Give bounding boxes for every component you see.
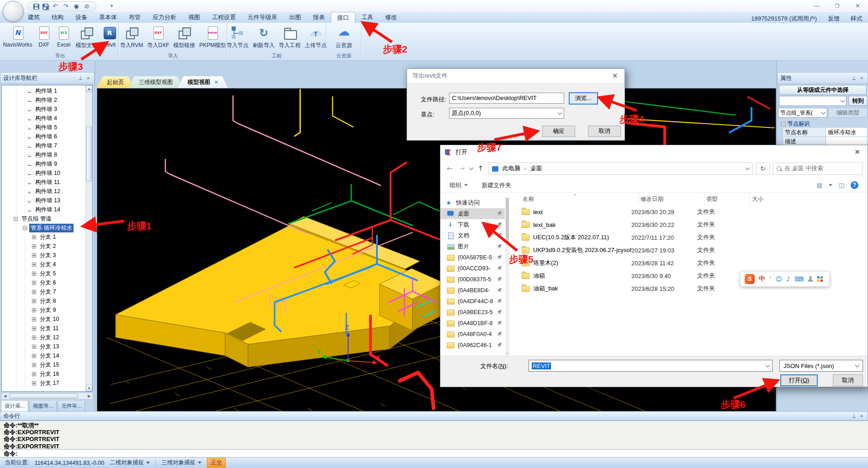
tree-item[interactable]: 分支 12 (2, 333, 92, 342)
tree-expander-icon[interactable] (27, 137, 32, 137)
tree-expander-icon[interactable] (32, 272, 36, 276)
close-icon[interactable]: ✕ (605, 69, 625, 83)
menu-tab[interactable]: 布管 (123, 12, 147, 23)
menu-tab[interactable]: 视图 (182, 12, 206, 23)
preview-pane-icon[interactable]: ◫ (839, 182, 844, 189)
ribbon-button[interactable]: 导入RVM (119, 25, 144, 50)
tree-expander-icon[interactable] (32, 317, 36, 321)
menu-tab[interactable]: 接口 (331, 12, 355, 23)
tree-item[interactable]: 分支 9 (2, 305, 92, 315)
pin-icon[interactable]: ⊥ (851, 413, 857, 419)
ortho-toggle[interactable]: 正交 (207, 458, 226, 468)
close-icon[interactable]: × (858, 75, 865, 81)
section-node-id[interactable]: 节点标识 (778, 120, 868, 128)
menu-tab[interactable]: 建筑 (22, 12, 46, 23)
refresh-icon[interactable]: ↻ (756, 163, 770, 175)
nav-item[interactable]: {00ACCD93- (440, 263, 505, 274)
tree-item[interactable]: 分支 14 (2, 351, 92, 360)
nav-item[interactable]: 图片 (440, 241, 505, 252)
file-row[interactable]: 塔里木(2) 2023/6/28 11:42 文件夹 (504, 257, 863, 269)
pin-icon[interactable]: ⊥ (851, 75, 857, 81)
undo-icon[interactable]: ↶ (52, 3, 59, 10)
tree-item[interactable]: 分支 11 (2, 324, 92, 333)
save-icon[interactable] (33, 4, 39, 10)
tree-item[interactable]: 构件墙 6 (2, 132, 92, 141)
goto-button[interactable]: 转到 (848, 96, 868, 106)
tree-expander-icon[interactable] (32, 336, 36, 340)
tree-item[interactable]: 分支 2 (2, 242, 92, 251)
tree-expander-icon[interactable] (27, 91, 32, 91)
view-dropdown-icon[interactable] (829, 184, 832, 186)
file-row[interactable]: text 2023/6/30 20:28 文件夹 (504, 205, 863, 218)
style-link[interactable]: 样式 (851, 15, 863, 23)
base-point-combo[interactable]: 原点(0,0,0) (449, 108, 564, 119)
tree-expander-icon[interactable] (27, 210, 32, 210)
snap-2d-toggle[interactable]: 二维对象捕捉 (110, 459, 150, 467)
tree-item[interactable]: 管系 循环冷却水 (2, 223, 92, 232)
tree-item[interactable]: 构件墙 3 (2, 105, 92, 114)
menu-tab[interactable]: 应力分析 (147, 12, 182, 23)
nav-item[interactable]: {0A48D1BF-8 (440, 318, 505, 329)
column-name[interactable]: 名称 (521, 194, 639, 205)
column-type[interactable]: 类型 (704, 194, 750, 205)
element-combo[interactable] (779, 96, 847, 106)
address-dropdown-icon[interactable] (746, 166, 750, 170)
tree-item[interactable]: 构件墙 14 (2, 205, 92, 214)
tree-item[interactable]: 分支 16 (2, 369, 92, 379)
close-icon[interactable]: × (85, 75, 91, 81)
nav-item[interactable]: {0A962C46-1 (440, 340, 505, 351)
emoji-icon[interactable]: ☺ (775, 275, 782, 283)
scroll-thumb[interactable] (10, 394, 78, 399)
save-all-icon[interactable] (42, 4, 48, 10)
back-icon[interactable]: ← (445, 164, 454, 173)
address-bar[interactable]: 此电脑 › 桌面 (488, 163, 753, 175)
menu-tab[interactable]: 基本体 (93, 12, 123, 23)
nav-item[interactable]: {0A48F0A0-4 (440, 329, 505, 340)
filename-input[interactable]: REVIT (529, 360, 773, 372)
nav-item[interactable]: 快速访问 (440, 197, 505, 208)
dropdown-icon[interactable] (198, 462, 201, 464)
close-icon[interactable]: × (858, 413, 865, 419)
mic-icon[interactable]: ♪ (786, 275, 790, 283)
tree-item[interactable]: 构件墙 12 (2, 187, 92, 196)
tree-expander-icon[interactable] (32, 244, 36, 248)
ribbon-button[interactable]: NavisWorks (2, 25, 34, 50)
tree-expander-icon[interactable] (14, 217, 18, 221)
menu-tab[interactable]: 设备 (69, 12, 93, 23)
nav-item[interactable]: 桌面 (440, 208, 505, 219)
nav-item[interactable]: {0A4DF44C-8 (440, 296, 505, 307)
ribbon-button[interactable]: PKPM模型 (198, 25, 227, 50)
search-box[interactable]: 在 桌面 中搜索 (773, 163, 863, 175)
close-icon[interactable]: ✕ (847, 145, 868, 159)
tree-item[interactable]: 构件墙 7 (2, 141, 92, 150)
scroll-left-icon[interactable]: ◀ (2, 393, 8, 399)
ime-lang-icon[interactable]: 中 (759, 275, 765, 283)
tree-expander-icon[interactable] (32, 345, 36, 349)
new-folder-button[interactable]: 新建文件夹 (482, 181, 511, 189)
sogou-logo-icon[interactable]: S (745, 274, 755, 284)
cancel-button[interactable]: 取消 (833, 374, 863, 386)
tree-item[interactable]: 分支 7 (2, 287, 92, 296)
tree-expander-icon[interactable] (32, 235, 36, 239)
app-menu-orb[interactable] (3, 1, 24, 22)
file-type-filter[interactable]: JSON Files (*.json) (779, 360, 863, 372)
tree-item[interactable]: 构件墙 11 (2, 178, 92, 187)
ribbon-button[interactable]: 上传节点 (303, 25, 328, 50)
type-combo[interactable]: 节点组_管系( (778, 108, 827, 118)
menu-tab[interactable]: 修改 (379, 12, 403, 23)
file-row[interactable]: UKP3d9.0.2安装包 2023.06.27-jcysoft 2023/6/… (504, 244, 863, 257)
show-icon[interactable]: ◉ (73, 3, 80, 10)
hide-icon[interactable]: ⊘ (83, 3, 90, 10)
redo-icon[interactable]: ↷ (62, 3, 69, 10)
viewport-tab[interactable]: 三维模型视图 × (129, 76, 183, 88)
menu-tab[interactable]: 工具 (355, 12, 379, 23)
ribbon-button[interactable]: 模型链接 (172, 25, 196, 50)
tree-expander-icon[interactable] (27, 127, 32, 128)
tree-item[interactable]: 分支 17 (2, 379, 92, 388)
tree-expander-icon[interactable] (27, 155, 32, 155)
tree-expander-icon[interactable] (32, 372, 36, 376)
tree-expander-icon[interactable] (32, 299, 36, 303)
tree-item[interactable]: 分支 1 (2, 232, 92, 242)
nav-item[interactable]: {0A4BE8D4- (440, 285, 505, 296)
breadcrumb-this-pc[interactable]: 此电脑 (502, 164, 521, 173)
